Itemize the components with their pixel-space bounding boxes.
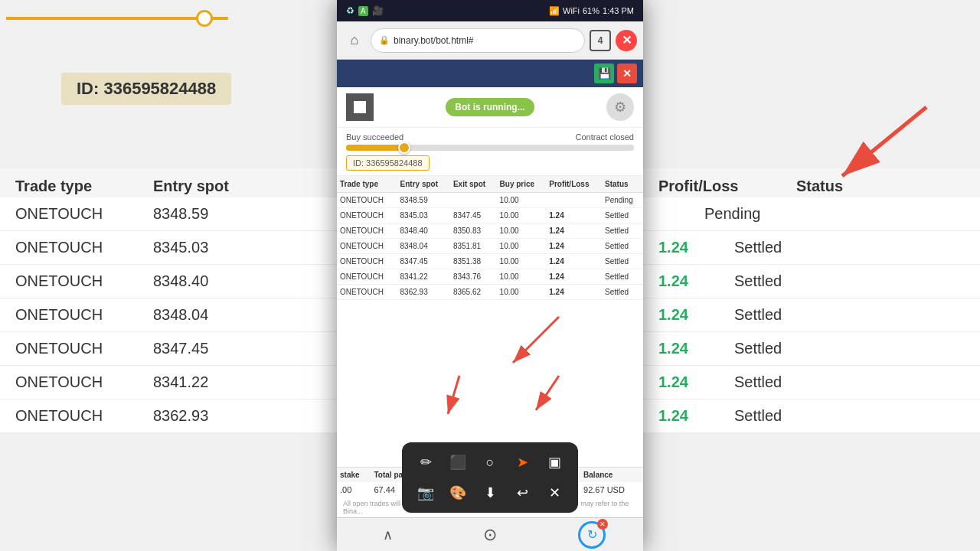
settings-button[interactable]: ⚙ <box>606 93 634 121</box>
table-row: ONETOUCH 8341.22 8343.76 10.00 1.24 Sett… <box>337 269 643 285</box>
signal-icon: 📶 <box>549 6 560 16</box>
col-buy-price: Buy price <box>497 176 547 193</box>
nav-android-button[interactable]: ⊙ <box>476 521 504 549</box>
red-arrow-top-right <box>781 99 934 191</box>
bot-controls: Bot is running... ⚙ <box>337 87 643 128</box>
cell-entry: 8345.03 <box>397 208 450 223</box>
table-row: ONETOUCH 8347.45 8351.38 10.00 1.24 Sett… <box>337 254 643 269</box>
cell-exit: 8350.83 <box>450 223 497 239</box>
trade-table: Trade type Entry spot Exit spot Buy pric… <box>337 176 643 467</box>
home-button[interactable]: ⌂ <box>343 29 366 52</box>
cell-type: ONETOUCH <box>337 269 397 285</box>
toolbar-arrow-button[interactable]: ➤ <box>508 448 536 476</box>
cell-entry: 8348.40 <box>397 223 450 239</box>
toolbar-circle-button[interactable]: ○ <box>476 448 504 476</box>
toolbar-crop-button[interactable]: ▣ <box>541 448 568 476</box>
cell-status: Settled <box>602 223 643 239</box>
toolbar-close-button[interactable]: ✕ <box>541 479 568 507</box>
toolbar-camera-button[interactable]: 📷 <box>412 479 439 507</box>
progress-labels: Buy succeeded Contract closed <box>346 132 634 142</box>
cell-profit: 1.24 <box>546 269 602 285</box>
cell-entry: 8341.22 <box>397 269 450 285</box>
table-header-row: Trade type Entry spot Exit spot Buy pric… <box>337 176 643 193</box>
android-icon: A <box>358 6 368 16</box>
toolbar-undo-button[interactable]: ↩ <box>508 479 536 507</box>
cell-exit: 8365.62 <box>450 285 497 300</box>
table-row: ONETOUCH 8345.03 8347.45 10.00 1.24 Sett… <box>337 208 643 223</box>
cell-type: ONETOUCH <box>337 208 397 223</box>
cell-status: Settled <box>602 254 643 269</box>
bg-col-type: Trade type <box>15 178 107 195</box>
url-text: binary.bot/bot.html# <box>394 35 474 46</box>
bg-orange-slider <box>0 6 253 31</box>
summary-balance: 92.67 USD <box>580 482 643 497</box>
col-exit-spot: Exit spot <box>450 176 497 193</box>
progress-track <box>346 145 634 151</box>
progress-fill <box>346 145 403 151</box>
tab-count-button[interactable]: 4 <box>590 30 611 51</box>
table-row: ONETOUCH 8348.59 10.00 Pending <box>337 193 643 208</box>
browser-bar: ⌂ 🔒 binary.bot/bot.html# 4 ✕ <box>337 21 643 60</box>
status-icons-left: ♻ A 🎥 <box>346 5 384 16</box>
cell-profit: 1.24 <box>546 285 602 300</box>
summary-col-stake: stake <box>337 468 371 482</box>
bg-rows-left: ONETOUCH8348.59 ONETOUCH8345.03 ONETOUCH… <box>0 197 337 433</box>
cell-type: ONETOUCH <box>337 223 397 239</box>
col-trade-type: Trade type <box>337 176 397 193</box>
browser-nav: ∧ ⊙ ↻ ✕ <box>337 517 643 551</box>
summary-stake: .00 <box>337 482 371 497</box>
toolbar-rect-button[interactable]: ⬛ <box>444 448 472 476</box>
floating-toolbar: ✏ ⬛ ○ ➤ ▣ 📷 🎨 ⬇ ↩ ✕ <box>402 442 578 513</box>
browser-close-button[interactable]: ✕ <box>616 30 637 51</box>
buy-succeeded-label: Buy succeeded <box>346 132 403 142</box>
col-status: Status <box>602 176 643 193</box>
cell-buy: 10.00 <box>497 269 547 285</box>
cell-buy: 10.00 <box>497 208 547 223</box>
panel-close-button[interactable]: ✕ <box>617 64 637 83</box>
bg-col-profit: Profit/Loss <box>658 178 750 195</box>
toolbar-download-button[interactable]: ⬇ <box>476 479 504 507</box>
recycle-icon: ♻ <box>346 5 354 16</box>
stop-button[interactable] <box>346 93 374 121</box>
cell-exit <box>450 193 497 208</box>
cell-type: ONETOUCH <box>337 193 397 208</box>
table-row: ONETOUCH 8348.40 8350.83 10.00 1.24 Sett… <box>337 223 643 239</box>
cell-type: ONETOUCH <box>337 239 397 254</box>
wifi-icon: WiFi <box>563 6 580 15</box>
table-row: ONETOUCH 8348.04 8351.81 10.00 1.24 Sett… <box>337 239 643 254</box>
contract-closed-label: Contract closed <box>576 132 634 142</box>
cell-entry: 8347.45 <box>397 254 450 269</box>
cell-profit: 1.24 <box>546 223 602 239</box>
cell-profit: 1.24 <box>546 239 602 254</box>
cell-buy: 10.00 <box>497 239 547 254</box>
battery-text: 61% <box>583 6 599 15</box>
toolbar-pencil-button[interactable]: ✏ <box>412 448 439 476</box>
nav-circle-close[interactable]: ✕ <box>597 519 608 530</box>
save-button[interactable]: 💾 <box>594 64 614 83</box>
progress-thumb <box>398 142 410 154</box>
status-bar: ♻ A 🎥 📶 WiFi 61% 1:43 PM <box>337 0 643 21</box>
cell-entry: 8348.04 <box>397 239 450 254</box>
cell-entry: 8348.59 <box>397 193 450 208</box>
cell-entry: 8362.93 <box>397 285 450 300</box>
cell-buy: 10.00 <box>497 193 547 208</box>
bg-col-entry: Entry spot <box>153 178 245 195</box>
nav-refresh-button[interactable]: ↻ ✕ <box>578 521 606 549</box>
cell-exit: 8351.81 <box>450 239 497 254</box>
nav-up-button[interactable]: ∧ <box>374 521 402 549</box>
table-row: ONETOUCH 8362.93 8365.62 10.00 1.24 Sett… <box>337 285 643 300</box>
url-bar[interactable]: 🔒 binary.bot/bot.html# <box>371 28 585 53</box>
toolbar-row-2: 📷 🎨 ⬇ ↩ ✕ <box>410 479 570 507</box>
bot-panel-header: 💾 ✕ <box>337 60 643 87</box>
cell-type: ONETOUCH <box>337 254 397 269</box>
cell-status: Pending <box>602 193 643 208</box>
cell-buy: 10.00 <box>497 223 547 239</box>
cell-exit: 8343.76 <box>450 269 497 285</box>
summary-col-balance: Balance <box>580 468 643 482</box>
svg-line-1 <box>842 107 926 176</box>
toolbar-color-button[interactable]: 🎨 <box>444 479 472 507</box>
refresh-icon: ↻ <box>587 527 597 542</box>
cell-status: Settled <box>602 208 643 223</box>
cell-type: ONETOUCH <box>337 285 397 300</box>
running-badge: Bot is running... <box>446 98 534 116</box>
